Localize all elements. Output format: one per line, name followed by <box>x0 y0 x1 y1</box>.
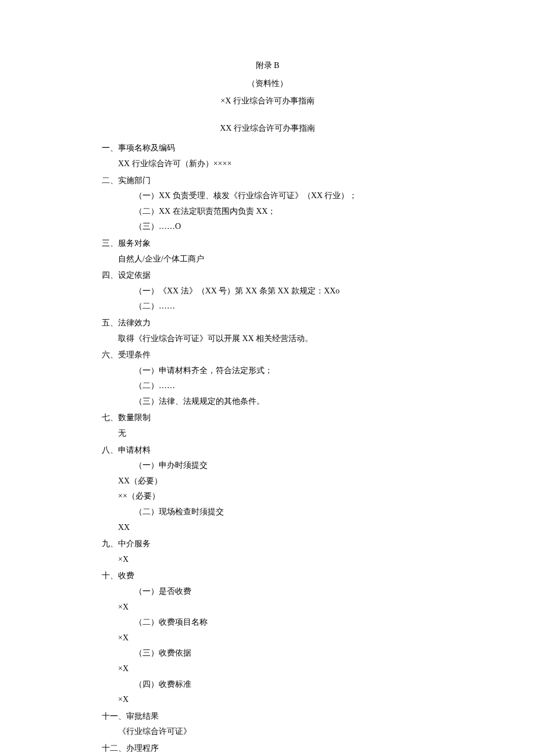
section-2-heading: 二、实施部门 <box>102 173 433 189</box>
section-8-line-1: XX（必要） <box>102 474 433 489</box>
section-6-item-2: （二）…… <box>102 378 433 394</box>
section-3-heading: 三、服务对象 <box>102 236 433 252</box>
section-7-heading: 七、数量限制 <box>102 410 433 426</box>
section-10-item-2: （二）收费项目名称 <box>102 615 433 630</box>
section-2-item-1: （一）XX 负责受理、核发《行业综合许可证》（XX 行业）； <box>102 188 433 204</box>
section-5-content: 取得《行业综合许可证》可以开展 XX 相关经营活动。 <box>102 331 433 347</box>
section-10-line-4: ×X <box>102 692 433 708</box>
section-4-heading: 四、设定依据 <box>102 268 433 284</box>
section-12-heading: 十二、办理程序 <box>102 741 433 756</box>
section-4-item-2: （二）…… <box>102 299 433 314</box>
section-11-content: 《行业综合许可证》 <box>102 724 433 740</box>
section-8-item-1: （一）申办时须提交 <box>102 458 433 474</box>
section-6-item-1: （一）申请材料齐全，符合法定形式； <box>102 363 433 379</box>
section-10-line-1: ×X <box>102 600 433 615</box>
section-7-content: 无 <box>102 426 433 442</box>
section-10-heading: 十、收费 <box>102 568 433 584</box>
section-10-line-2: ×X <box>102 630 433 646</box>
main-title: XX 行业综合许可办事指南 <box>102 121 433 137</box>
section-1-content: XX 行业综合许可（新办）×××× <box>102 156 433 172</box>
section-10-line-3: ×X <box>102 661 433 677</box>
section-1-heading: 一、事项名称及编码 <box>102 141 433 156</box>
section-2-item-2: （二）XX 在法定职责范围内负责 XX； <box>102 204 433 220</box>
section-3-content: 自然人/企业/个体工商户 <box>102 252 433 267</box>
section-11-heading: 十一、审批结果 <box>102 709 433 725</box>
section-8-item-2: （二）现场检查时须提交 <box>102 504 433 520</box>
section-10-item-4: （四）收费标准 <box>102 677 433 693</box>
section-10-item-1: （一）是否收费 <box>102 584 433 600</box>
doc-title: ×X 行业综合许可办事指南 <box>102 94 433 109</box>
section-9-content: ×X <box>102 552 433 568</box>
section-6-item-3: （三）法律、法规规定的其他条件。 <box>102 394 433 410</box>
section-8-line-3: XX <box>102 520 433 536</box>
section-5-heading: 五、法律效力 <box>102 316 433 331</box>
appendix-subtitle: （资料性） <box>102 76 433 92</box>
section-6-heading: 六、受理条件 <box>102 347 433 363</box>
section-8-line-2: ××（必要） <box>102 489 433 504</box>
section-2-item-3: （三）……O <box>102 219 433 235</box>
section-4-item-1: （一）《XX 法》（XX 号）第 XX 条第 XX 款规定：XXo <box>102 284 433 299</box>
appendix-label: 附录 B <box>102 58 433 74</box>
section-10-item-3: （三）收费依据 <box>102 646 433 661</box>
section-8-heading: 八、申请材料 <box>102 443 433 458</box>
section-9-heading: 九、中介服务 <box>102 536 433 552</box>
